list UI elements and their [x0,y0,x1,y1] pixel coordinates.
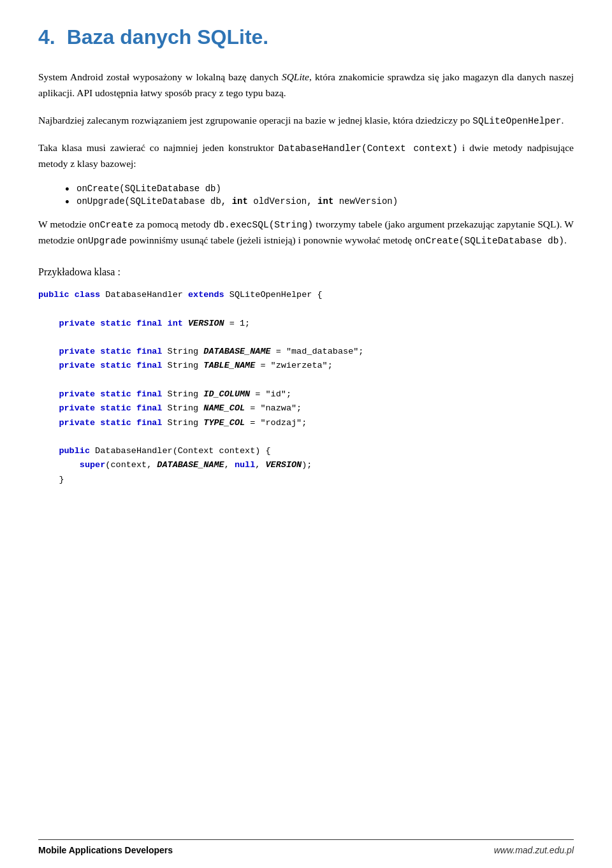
code-line-1: public class DatabaseHandler extends SQL… [38,288,574,302]
code-line-5: private static final String DATABASE_NAM… [38,345,574,359]
bullet-item-2: onUpgrade(SQLiteDatabase db, int oldVers… [76,196,574,206]
code-line-14: } [38,473,574,487]
code-line-2 [38,302,574,316]
footer-left: Mobile Applications Developers [38,845,173,855]
bullet-item-1: onCreate(SQLiteDatabase db) [76,184,574,194]
code-line-9: private static final String NAME_COL = "… [38,401,574,416]
chapter-title: Baza danych SQLite. [67,25,269,49]
paragraph-3: Taka klasa musi zawierać co najmniej jed… [38,140,574,172]
paragraph-2: Najbardziej zalecanym rozwiązaniem jest … [38,113,574,129]
code-line-7 [38,373,574,387]
code-line-10: private static final String TYPE_COL = "… [38,416,574,430]
code-line-12: public DatabaseHandler(Context context) … [38,444,574,458]
code-line-13: super(context, DATABASE_NAME, null, VERS… [38,458,574,472]
paragraph-1: System Android został wyposażony w lokal… [38,69,574,101]
bullet-list: onCreate(SQLiteDatabase db) onUpgrade(SQ… [76,184,574,206]
code-line-8: private static final String ID_COLUMN = … [38,387,574,401]
chapter-number: 4. [38,25,55,49]
code-block: public class DatabaseHandler extends SQL… [38,288,574,487]
code-line-3: private static final int VERSION = 1; [38,317,574,331]
code-line-11 [38,430,574,444]
code-line-6: private static final String TABLE_NAME =… [38,359,574,373]
code-line-4 [38,331,574,345]
footer: Mobile Applications Developers www.mad.z… [38,839,574,855]
section-label: Przykładowa klasa : [38,266,574,278]
chapter-heading: 4. Baza danych SQLite. [38,25,574,49]
paragraph-4: W metodzie onCreate za pomocą metody db.… [38,217,574,249]
footer-right: www.mad.zut.edu.pl [494,845,574,855]
